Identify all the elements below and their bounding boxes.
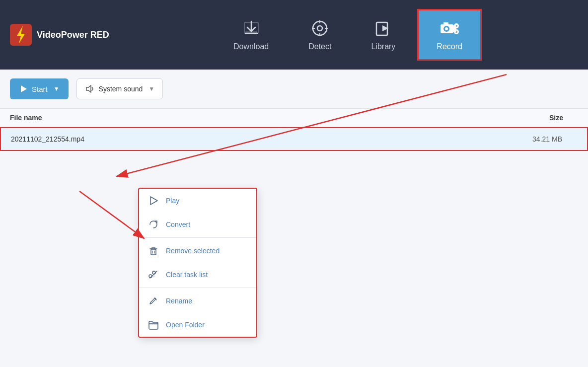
context-menu-rename[interactable]: Rename [139, 289, 256, 313]
sound-chevron-icon: ▼ [148, 85, 154, 92]
menu-convert-label: Convert [166, 220, 190, 228]
nav-item-detect[interactable]: Detect [289, 7, 351, 63]
menu-play-label: Play [166, 197, 179, 205]
start-label: Start [32, 85, 48, 93]
cell-filename: 20211102_212554.mp4 [11, 135, 498, 143]
rename-icon [148, 295, 159, 306]
svg-line-33 [79, 191, 144, 238]
col-filename-header: File name [10, 114, 499, 122]
download-icon [241, 18, 261, 38]
logo-area: VideoPower RED [5, 24, 114, 46]
app-title: VideoPower RED [37, 30, 109, 40]
nav-download-label: Download [233, 42, 269, 51]
nav-record-label: Record [437, 42, 462, 51]
menu-clear-label: Clear task list [166, 271, 208, 279]
svg-point-13 [445, 27, 448, 30]
file-table: File name Size 20211102_212554.mp4 34.21… [0, 108, 588, 151]
convert-icon [148, 219, 159, 230]
detect-icon [310, 18, 330, 38]
table-row[interactable]: 20211102_212554.mp4 34.21 MB [0, 127, 588, 151]
svg-rect-19 [453, 25, 456, 32]
cell-size: 34.21 MB [498, 135, 577, 143]
svg-point-3 [313, 21, 327, 35]
library-icon [373, 18, 393, 38]
app-logo-icon [10, 24, 32, 46]
header: VideoPower RED Download Dete [0, 0, 588, 70]
menu-remove-label: Remove selected [166, 247, 220, 255]
menu-open-folder-label: Open Folder [166, 321, 205, 329]
menu-divider-2 [139, 288, 256, 288]
nav-item-library[interactable]: Library [351, 7, 415, 63]
sound-selector[interactable]: System sound ▼ [76, 78, 163, 99]
svg-marker-20 [21, 85, 27, 92]
context-menu-open-folder[interactable]: Open Folder [139, 313, 256, 337]
svg-marker-21 [86, 85, 91, 92]
speaker-icon [85, 84, 95, 94]
context-menu-remove[interactable]: Remove selected [139, 239, 256, 263]
start-play-icon [19, 84, 28, 93]
table-header: File name Size [0, 108, 588, 127]
start-chevron-icon: ▼ [54, 85, 60, 92]
menu-rename-label: Rename [166, 297, 192, 305]
play-icon [148, 195, 159, 206]
main-content: Start ▼ System sound ▼ File name Size 20… [0, 70, 588, 367]
svg-rect-14 [443, 22, 448, 25]
nav-library-label: Library [371, 42, 395, 51]
start-button[interactable]: Start ▼ [10, 78, 69, 99]
context-menu-play[interactable]: Play [139, 189, 256, 213]
svg-rect-23 [151, 249, 156, 255]
toolbar-row: Start ▼ System sound ▼ [0, 70, 588, 108]
trash-icon [148, 245, 159, 256]
nav-item-record[interactable]: Record [417, 9, 482, 61]
clear-icon [148, 269, 159, 280]
nav-items: Download Detect Library [114, 7, 583, 63]
svg-marker-22 [150, 197, 157, 205]
nav-detect-label: Detect [308, 42, 331, 51]
svg-point-4 [317, 26, 322, 31]
folder-icon [148, 319, 159, 330]
sound-label: System sound [99, 85, 143, 93]
menu-divider-1 [139, 237, 256, 238]
col-size-header: Size [499, 114, 578, 122]
context-menu: Play Convert Remove selected [138, 188, 257, 338]
context-menu-clear[interactable]: Clear task list [139, 263, 256, 287]
context-menu-convert[interactable]: Convert [139, 213, 256, 236]
nav-item-download[interactable]: Download [214, 7, 289, 63]
record-icon [440, 18, 459, 38]
